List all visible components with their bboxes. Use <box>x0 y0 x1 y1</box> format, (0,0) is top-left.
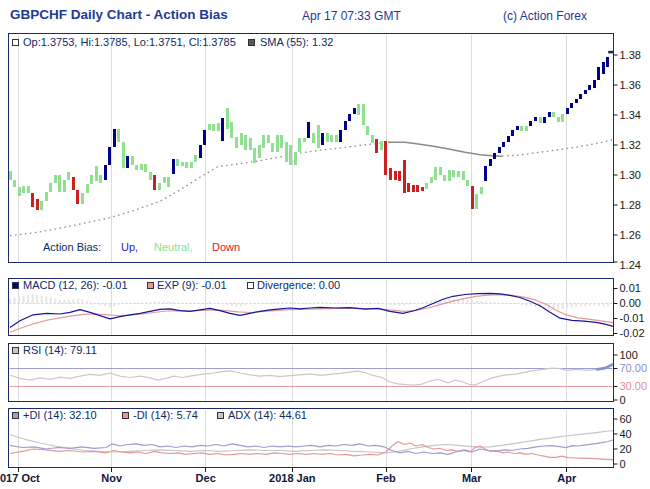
divergence-bar <box>516 304 518 305</box>
candle <box>330 135 333 142</box>
candle <box>307 122 310 139</box>
price-y-tick-label: 1.24 <box>620 259 641 271</box>
candle <box>240 133 243 145</box>
divergence-bar <box>249 304 251 305</box>
candle <box>525 126 528 131</box>
divergence-bar <box>294 303 296 304</box>
candle <box>271 143 274 151</box>
copyright-label: (c) Action Forex <box>503 9 587 23</box>
candle <box>389 168 392 180</box>
divergence-bar <box>226 304 228 306</box>
candle <box>144 164 147 172</box>
candle <box>190 162 193 169</box>
candle <box>543 117 546 123</box>
divergence-bar <box>575 304 577 307</box>
divergence-bar <box>326 303 328 304</box>
divergence-bar <box>236 304 238 307</box>
divergence-bar <box>471 300 473 303</box>
divergence-bar <box>54 299 56 304</box>
candle <box>40 201 43 210</box>
sma-line-solid <box>388 142 502 156</box>
price-y-tick-label: 1.38 <box>620 49 641 61</box>
divergence-bar <box>303 303 305 304</box>
month-label: 017 Oct <box>0 472 40 484</box>
candle <box>516 126 519 131</box>
divergence-bar <box>317 302 319 304</box>
divergence-bar <box>589 304 591 306</box>
divergence-bar <box>272 302 274 303</box>
divergence-bar <box>109 304 111 308</box>
candle <box>303 138 306 142</box>
candle <box>539 117 542 122</box>
divergence-bar <box>81 299 83 303</box>
sma-line-dotted <box>502 140 612 156</box>
candles <box>9 57 610 209</box>
divergence-bar <box>593 304 595 306</box>
candle <box>511 130 514 136</box>
macd-y-tick-label: -0.01 <box>620 312 645 324</box>
candle <box>203 130 206 145</box>
candle <box>362 104 365 126</box>
divergence-bar <box>584 304 586 307</box>
divergence-bar <box>530 304 532 307</box>
exp-legend-label: EXP (9): -0.01 <box>157 279 227 292</box>
divergence-bar <box>163 301 165 303</box>
candle <box>593 80 596 88</box>
divergence-bar <box>86 301 88 304</box>
candle <box>584 90 587 95</box>
divergence-bar <box>204 302 206 303</box>
candle <box>430 177 433 183</box>
candle <box>529 121 532 126</box>
divergence-bar <box>136 303 138 304</box>
candle <box>280 135 283 148</box>
candle <box>194 155 197 162</box>
divergence-bar <box>32 294 34 303</box>
adx-legend-icon <box>217 412 224 419</box>
candle <box>122 142 125 168</box>
divergence-bar <box>199 303 201 304</box>
divergence-bar <box>240 304 242 307</box>
candle <box>235 137 238 149</box>
candle <box>466 180 469 187</box>
candle <box>58 175 61 192</box>
candle <box>13 180 16 188</box>
candle <box>416 185 419 193</box>
month-label: 2018 Jan <box>269 472 316 484</box>
candle <box>27 186 30 194</box>
divergence-bar <box>498 303 500 304</box>
mdi-legend-label: -DI (14): 5.74 <box>133 409 198 422</box>
price-y-tick-label: 1.36 <box>620 79 641 91</box>
candle <box>394 171 397 179</box>
candle <box>371 135 374 143</box>
divergence-bar <box>145 302 147 303</box>
month-label: Dec <box>196 472 216 484</box>
divergence-bar <box>598 304 600 306</box>
candle <box>579 94 582 99</box>
candle <box>434 167 437 180</box>
candle <box>457 171 460 178</box>
divergence-bar <box>521 304 523 305</box>
candle <box>185 162 188 169</box>
divergence-bar <box>231 304 233 306</box>
divergence-bar <box>91 302 93 303</box>
divergence-bar <box>290 302 292 304</box>
rsi-panel: 10070.0030.000 <box>9 344 648 406</box>
candle <box>462 171 465 180</box>
candle <box>140 164 143 170</box>
divergence-bar <box>72 299 74 303</box>
dmi-y-tick-label: 40 <box>620 428 632 440</box>
rsi-y-tick-label: 70.00 <box>620 362 648 374</box>
candle <box>534 117 537 121</box>
candle <box>86 184 89 193</box>
candle <box>570 103 573 108</box>
rsi-y-tick-label: 100 <box>620 349 638 361</box>
candle <box>31 193 34 207</box>
candle <box>113 129 116 146</box>
candle <box>258 145 261 158</box>
pdi-legend-icon <box>12 412 19 419</box>
price-y-tick-label: 1.32 <box>620 139 641 151</box>
candle <box>226 108 229 128</box>
candle <box>95 166 98 181</box>
dmi-panel-border <box>9 409 614 468</box>
macd-y-tick-label: -0.02 <box>620 327 645 339</box>
